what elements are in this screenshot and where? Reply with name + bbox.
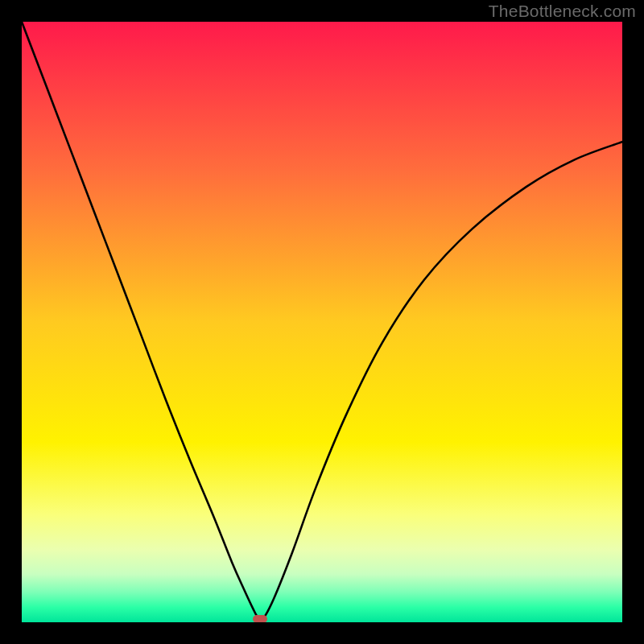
watermark-text: TheBottleneck.com <box>489 2 636 21</box>
chart-plot-area <box>22 22 622 622</box>
svg-rect-0 <box>22 22 622 622</box>
optimal-point-marker <box>253 615 267 622</box>
background-gradient <box>22 22 622 622</box>
